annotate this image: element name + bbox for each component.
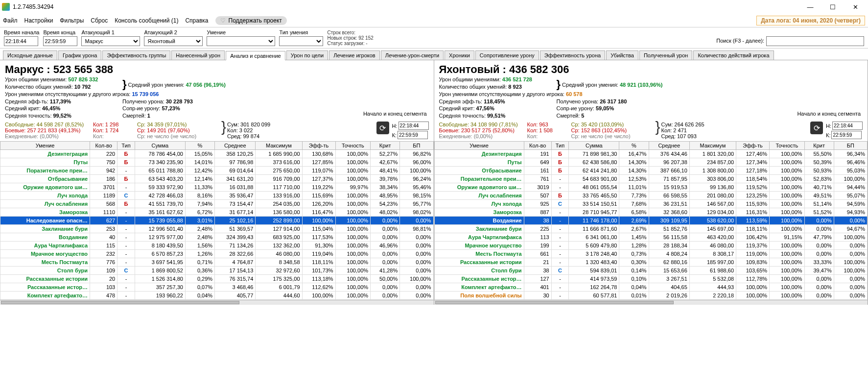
- table-row[interactable]: Рассказанные истории20-1 526 314,800,29%…: [0, 275, 434, 283]
- start-time-input[interactable]: [4, 36, 38, 46]
- table-row[interactable]: Путы750Б73 340 235,9014,01%97 786,98373 …: [0, 158, 434, 167]
- table-row[interactable]: Дезинтеграция220Б78 786 454,0015,05%358 …: [0, 150, 434, 158]
- col-header[interactable]: Умение: [0, 142, 90, 150]
- col-header[interactable]: Крит: [371, 142, 400, 150]
- table-row[interactable]: Оружие ядовитого ши…3019-48 061 055,5411…: [434, 183, 868, 192]
- col-header[interactable]: Эфф-ть: [736, 142, 770, 150]
- tab-8[interactable]: Хроники: [445, 50, 474, 60]
- col-header[interactable]: Максимум: [689, 142, 736, 150]
- skill-select[interactable]: [207, 36, 275, 46]
- table-row[interactable]: Поразительное преи…942-65 011 788,8012,4…: [0, 167, 434, 175]
- tab-6[interactable]: Лечение игроков: [329, 50, 380, 60]
- col-header[interactable]: Среднее: [649, 142, 689, 150]
- end-time-input[interactable]: [43, 36, 77, 46]
- col-header[interactable]: Сумма: [135, 142, 185, 150]
- skilltype-select[interactable]: [279, 36, 323, 46]
- table-row[interactable]: Луч холода925С33 514 150,517,68%36 231,5…: [434, 200, 868, 208]
- table-row[interactable]: Аура Чартилифакса115-8 180 439,501,56%71…: [0, 242, 434, 250]
- table-row[interactable]: Луч ослабления568Б41 551 739,707,94%73 1…: [0, 200, 434, 208]
- table-row[interactable]: Заклинание бури253-12 996 501,402,48%51 …: [0, 225, 434, 233]
- tab-9[interactable]: Сопротивление урону: [475, 50, 539, 60]
- table-row[interactable]: Мрачное могущество199-5 609 479,801,28%2…: [434, 242, 868, 250]
- table-row[interactable]: Месть Постмаута776-3 697 541,950,71%4 76…: [0, 258, 434, 267]
- table-row[interactable]: Комплект артефакто…401-162 264,780,04%40…: [434, 283, 868, 292]
- heart-icon: ♡: [220, 17, 226, 24]
- tab-10[interactable]: Эффективность урона: [540, 50, 605, 60]
- table-row[interactable]: Мрачное могущество232-6 570 857,231,26%2…: [0, 250, 434, 258]
- col-header[interactable]: Сумма: [569, 142, 619, 150]
- col-header[interactable]: Максимум: [256, 142, 302, 150]
- col-header[interactable]: Среднее: [215, 142, 256, 150]
- col-header[interactable]: Тип: [551, 142, 569, 150]
- menu-filters[interactable]: Фильтры: [60, 17, 84, 24]
- table-row[interactable]: Рассказанные истории21-1 320 483,400,30%…: [434, 258, 868, 267]
- col-header[interactable]: БП: [400, 142, 433, 150]
- close-button[interactable]: ✕: [845, 1, 866, 13]
- tab-2[interactable]: Эффективность группы: [102, 50, 170, 60]
- tab-1[interactable]: График урона: [58, 50, 101, 60]
- table-row[interactable]: Поля волшебной силы30-60 577,810,01%2 01…: [434, 292, 868, 300]
- label-start: Время начала: [4, 29, 39, 35]
- tab-0[interactable]: Исходные данные: [3, 50, 57, 60]
- table-row[interactable]: Рассказанные истор…127-414 973,590,10%3 …: [434, 275, 868, 283]
- table-row[interactable]: Заморозка887-28 710 945,776,58%32 368,60…: [434, 208, 868, 217]
- menu-help[interactable]: Справка: [185, 17, 208, 24]
- col-header[interactable]: Точность: [770, 142, 804, 150]
- table-row[interactable]: Аура Чартилифакса113-6 341 061,001,45%56…: [434, 233, 868, 242]
- tab-12[interactable]: Полученный урон: [639, 50, 693, 60]
- table-row[interactable]: Отбрасывание186Б63 543 403,2012,14%341 6…: [0, 175, 434, 183]
- h-scrollbar[interactable]: [0, 300, 434, 305]
- h-scrollbar[interactable]: [434, 300, 868, 305]
- col-header[interactable]: Крит: [804, 142, 834, 150]
- col-header[interactable]: Умение: [434, 142, 524, 150]
- table-row[interactable]: Столп бури38С594 839,010,14%15 653,6661 …: [434, 267, 868, 275]
- tab-11[interactable]: Убийства: [606, 50, 638, 60]
- col-header[interactable]: %: [185, 142, 214, 150]
- table-row[interactable]: Отбрасывание161Б62 414 241,8014,30%387 6…: [434, 167, 868, 175]
- table-row[interactable]: Путы649Б62 438 586,8014,30%96 207,38234 …: [434, 158, 868, 167]
- maximize-button[interactable]: ☐: [822, 1, 844, 13]
- table-row[interactable]: Оружие ядовитого ши…3701-59 333 972,9011…: [0, 183, 434, 192]
- col-header[interactable]: Эфф-ть: [302, 142, 335, 150]
- menu-file[interactable]: Файл: [3, 17, 18, 24]
- table-row[interactable]: Столп бури109С1 869 800,520,36%17 154,13…: [0, 267, 434, 275]
- tab-13[interactable]: Количество действий игрока: [693, 50, 774, 60]
- table-row[interactable]: Поразительное преи…761-54 683 901,0012,5…: [434, 175, 868, 183]
- menu-settings[interactable]: Настройки: [24, 17, 53, 24]
- menu-reset[interactable]: Сброс: [91, 17, 108, 24]
- seg-end-input[interactable]: [398, 131, 428, 139]
- table-row[interactable]: Наследование опасн…627-15 739 055,883,01…: [0, 217, 434, 225]
- col-header[interactable]: Точность: [335, 142, 370, 150]
- support-button[interactable]: ♡Поддержать проект: [215, 16, 287, 25]
- refresh-button[interactable]: ⟳: [810, 122, 823, 134]
- menu-console[interactable]: Консоль сообщений (1): [115, 17, 178, 24]
- attacker2-select[interactable]: Яхонтовый: [144, 36, 203, 46]
- col-header[interactable]: %: [619, 142, 649, 150]
- minimize-button[interactable]: —: [799, 1, 821, 13]
- refresh-button[interactable]: ⟳: [376, 122, 389, 134]
- tab-4[interactable]: Анализ и сравнение: [226, 51, 285, 60]
- table-row[interactable]: Луч холода1189С42 728 466,038,16%35 936,…: [0, 192, 434, 200]
- table-row[interactable]: Луч ослабления507Б33 765 465,507,73%66 5…: [434, 192, 868, 200]
- tab-3[interactable]: Нанесенный урон: [171, 50, 225, 60]
- table-row[interactable]: Дезинтеграция191Б71 898 981,3016,47%376 …: [434, 150, 868, 158]
- segment-label: Начало и конец сегмента: [363, 111, 427, 117]
- col-header[interactable]: БП: [834, 142, 867, 150]
- col-header[interactable]: Кол-во: [524, 142, 551, 150]
- table-row[interactable]: Комплект артефакто…478-193 960,220,04%40…: [0, 292, 434, 300]
- table-row[interactable]: Месть Постмаута661-3 178 248,400,73%4 80…: [434, 250, 868, 258]
- table-row[interactable]: Воздаяние40-12 975 977,002,48%324 399,43…: [0, 233, 434, 242]
- seg-start-input[interactable]: [832, 122, 863, 130]
- table-row[interactable]: Заклинание бури225-11 666 871,602,67%51 …: [434, 225, 868, 233]
- search-input[interactable]: [766, 36, 864, 46]
- seg-start-input[interactable]: [399, 122, 429, 130]
- table-row[interactable]: Заморозка1110-35 161 627,626,72%31 677,1…: [0, 208, 434, 217]
- seg-end-input[interactable]: [831, 131, 862, 139]
- table-row[interactable]: Воздаяние38-11 746 178,002,69%309 109,95…: [434, 217, 868, 225]
- attacker1-select[interactable]: Маркус: [81, 36, 140, 46]
- tab-7[interactable]: Лечение-урон-смерти: [381, 50, 444, 60]
- col-header[interactable]: Тип: [117, 142, 135, 150]
- tab-5[interactable]: Урон по цели: [286, 50, 328, 60]
- col-header[interactable]: Кол-во: [90, 142, 117, 150]
- table-row[interactable]: Рассказанные истор…103-357 257,300,07%3 …: [0, 283, 434, 292]
